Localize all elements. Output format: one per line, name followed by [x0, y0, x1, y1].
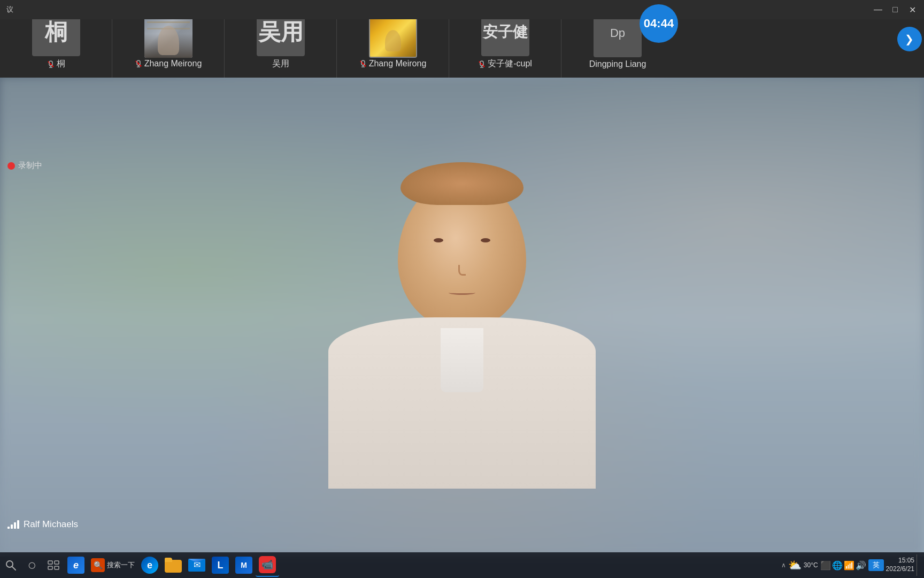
recording-dot: [7, 162, 15, 170]
participant-name-anzijian: 安子健-cupl: [478, 58, 532, 70]
window-title: 议: [6, 5, 13, 14]
tray-icons: ⬛ 🌐 📶 🔊: [820, 560, 866, 571]
weather-widget[interactable]: ⛅ 30°C: [788, 559, 818, 572]
taskbar-app-search-button[interactable]: 🔍 搜索一下: [88, 553, 138, 577]
tray-icon-2[interactable]: 🌐: [832, 560, 843, 571]
system-clock[interactable]: 15:05 2022/6/21: [886, 557, 914, 573]
participant-name-zhang1: Zhang Meirong: [135, 59, 202, 69]
taskbar-app-edge[interactable]: e: [138, 553, 161, 577]
weather-icon: ⛅: [788, 559, 802, 572]
taskbar-app-videocall[interactable]: 📹: [256, 553, 279, 577]
temperature-label: 30°C: [804, 561, 818, 569]
show-hidden-icons[interactable]: ∧: [781, 561, 786, 569]
svg-point-16: [6, 561, 13, 567]
svg-rect-20: [48, 566, 52, 569]
recording-label: 录制中: [18, 161, 42, 171]
taskbar-app-folder[interactable]: [161, 553, 185, 577]
speaker-body: [328, 317, 596, 489]
participant-name-tong: 桐: [47, 58, 65, 70]
mute-icon-zhang2: [359, 60, 367, 67]
taskbar-search-icon[interactable]: [0, 554, 21, 576]
participant-name-wu: 吴用: [272, 58, 289, 70]
tray-icon-1[interactable]: ⬛: [820, 560, 831, 571]
title-bar: 议 — □ ✕: [0, 0, 924, 19]
show-desktop-button[interactable]: [917, 554, 920, 576]
taskbar-app-mail[interactable]: ✉: [185, 553, 209, 577]
speaker-figure: [328, 178, 596, 489]
svg-rect-18: [48, 561, 52, 564]
language-indicator[interactable]: 英: [868, 559, 884, 571]
signal-icon: [7, 520, 19, 529]
mute-icon-anzijian: [478, 60, 486, 68]
taskbar: ○ e 🔍 搜索一下 e ✉ L: [0, 552, 924, 578]
mute-icon-zhang1: [135, 60, 142, 67]
recording-badge: 录制中: [7, 161, 42, 171]
tray-icon-speaker[interactable]: 🔊: [856, 560, 866, 571]
taskbar-app-meet[interactable]: M: [232, 553, 256, 577]
date-display: 2022/6/21: [886, 565, 914, 574]
search-icon: [5, 560, 16, 571]
taskview-icon: [48, 560, 59, 570]
taskbar-taskview-button[interactable]: [43, 554, 64, 576]
speaker-head: [398, 178, 526, 328]
minimize-button[interactable]: —: [873, 5, 883, 15]
svg-rect-19: [55, 561, 59, 564]
meeting-timer: 04:44: [640, 4, 678, 43]
taskbar-search-label: 搜索一下: [107, 560, 135, 570]
taskbar-app-blue-l[interactable]: L: [209, 553, 232, 577]
system-tray: ∧ ⛅ 30°C ⬛ 🌐 📶 🔊 英 15:05 2022/6/21: [781, 554, 924, 576]
svg-rect-21: [55, 566, 59, 569]
speaker-name: Ralf Michaels: [24, 519, 78, 530]
time-display: 15:05: [886, 557, 914, 565]
main-video-area: 录制中 Ralf Michaels: [0, 78, 924, 557]
taskbar-cortana-button[interactable]: ○: [21, 554, 43, 576]
next-participants-button[interactable]: ❯: [895, 0, 924, 78]
participant-name-zhang2: Zhang Meirong: [359, 59, 427, 69]
mute-icon-tong: [47, 60, 55, 68]
taskbar-app-travel-ie[interactable]: e: [64, 553, 88, 577]
participant-name-dingping: Dingping Liang: [589, 59, 646, 69]
svg-line-17: [12, 567, 16, 570]
tray-icon-3[interactable]: 📶: [844, 560, 854, 571]
next-icon: ❯: [897, 27, 922, 51]
video-background: [0, 78, 924, 557]
speaker-label: Ralf Michaels: [7, 519, 78, 530]
